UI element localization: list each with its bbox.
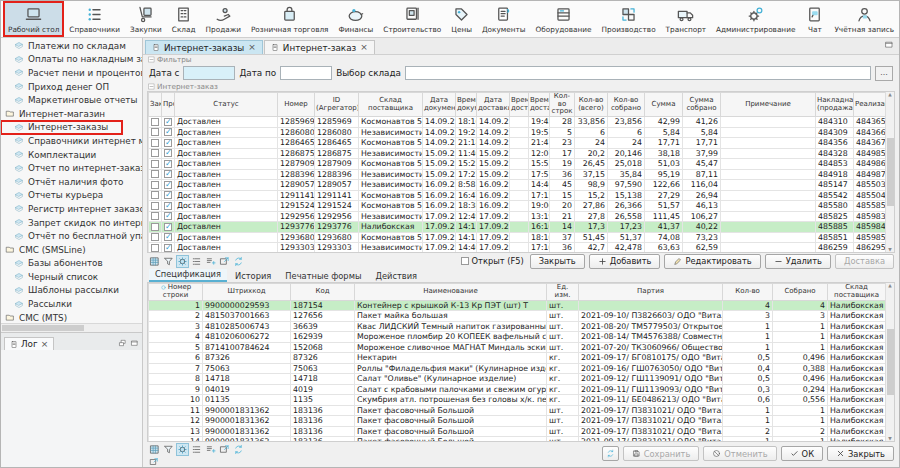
cell[interactable]: Мороженое пломбир 20 КОПЕЕК вафельный ст… — [355, 332, 547, 343]
cell[interactable] — [162, 180, 175, 191]
cell[interactable]: 23 — [550, 138, 575, 149]
cell[interactable]: 24 — [608, 138, 645, 149]
cell[interactable]: 62,59 — [683, 243, 721, 253]
cell[interactable]: шт. — [547, 332, 579, 343]
collapse-icon[interactable] — [148, 83, 155, 90]
sidebar-item[interactable]: Приход денег ОП — [1, 80, 142, 94]
row-checkbox[interactable] — [164, 233, 172, 241]
cell[interactable]: Контейнер с крышкой К-13 Кр ПЭТ (шт) Т — [355, 300, 547, 311]
cell[interactable]: 1286875 — [278, 148, 315, 159]
cell[interactable] — [510, 201, 529, 212]
cell[interactable]: 16.09.21 — [477, 190, 510, 201]
cell[interactable]: 15.09.21 — [477, 148, 510, 159]
column-header[interactable]: Про — [162, 93, 175, 117]
cell[interactable]: 14.09.21 — [477, 117, 510, 128]
row-checkbox[interactable] — [151, 149, 159, 157]
cell[interactable]: 21:47 — [529, 138, 550, 149]
cell[interactable]: 1 — [149, 300, 203, 311]
row-checkbox[interactable] — [151, 170, 159, 178]
toolbar-item-documents[interactable]: Документы — [477, 1, 531, 37]
table-row[interactable]: Доставлен12911411291141Космонавтов 5а16.… — [149, 190, 886, 201]
cell[interactable]: 51,57 — [645, 201, 683, 212]
sidebar-item[interactable]: Отчет по интернет-заказам — [1, 161, 142, 175]
cell[interactable]: 183136 — [291, 416, 355, 427]
column-header[interactable]: Ед. изм. — [547, 284, 579, 301]
cell[interactable]: шт. — [547, 426, 579, 437]
cell[interactable]: шт. — [547, 321, 579, 332]
cell[interactable]: 484366 — [854, 127, 886, 138]
sidebar-item[interactable]: Интернет-заказы — [1, 121, 122, 135]
cell[interactable]: 485985 — [854, 232, 886, 243]
cell[interactable]: Независимости 155/1 — [359, 211, 423, 222]
cell[interactable]: 0,556 — [773, 395, 828, 406]
cell[interactable]: 17.09.21 — [477, 243, 510, 253]
cell[interactable]: 16:47 — [456, 190, 477, 201]
cell[interactable]: 26,45 — [575, 159, 608, 170]
spec-tab[interactable]: Спецификация — [149, 269, 227, 282]
sidebar-folder[interactable]: СМС (SMSLine) — [1, 243, 142, 257]
cell[interactable]: 15,2 — [575, 190, 608, 201]
maximize-icon[interactable] — [130, 339, 139, 347]
close-form-button[interactable]: Закрыть — [827, 446, 894, 461]
cell[interactable] — [510, 243, 529, 253]
cell[interactable] — [149, 159, 162, 170]
row-checkbox[interactable] — [151, 202, 159, 210]
row-checkbox[interactable] — [151, 233, 159, 241]
cell[interactable]: 20,2 — [575, 148, 608, 159]
toolbar-item-retail[interactable]: Розничная торговля — [246, 1, 334, 37]
cell[interactable]: Космонавтов 5а — [359, 232, 423, 243]
column-header[interactable]: Дата доставки — [477, 93, 510, 117]
cell[interactable]: 1286465 — [315, 138, 359, 149]
cell[interactable]: 485585 — [854, 201, 886, 212]
toolbar-item-finance[interactable]: Финансы — [334, 1, 379, 37]
row-checkbox[interactable] — [164, 191, 172, 199]
cell[interactable]: 25,018 — [608, 159, 645, 170]
cell[interactable]: 27,8 — [575, 211, 608, 222]
cell[interactable]: 1293303 — [278, 243, 315, 253]
cell[interactable]: 122,66 — [645, 180, 683, 191]
cell[interactable]: 1288396 — [315, 169, 359, 180]
cell[interactable] — [162, 201, 175, 212]
column-header[interactable]: Реализация — [854, 93, 886, 117]
column-header[interactable]: Кол-во — [723, 284, 773, 301]
cell[interactable]: 2021-07-20/ ТК3060966/ Общество с дополн… — [579, 342, 723, 353]
cell[interactable]: 485851 — [816, 232, 854, 243]
cell[interactable]: Космонавтов 5а — [359, 138, 423, 149]
sidebar-item[interactable]: Шаблоны рассылки — [1, 284, 142, 298]
cell[interactable]: 1286875 — [315, 148, 359, 159]
table-row[interactable]: Доставлен12879091287909Космонавтов 5а15.… — [149, 159, 886, 170]
cell[interactable] — [721, 138, 816, 149]
cell[interactable]: Квас ЛИДСКИЙ Темный напиток газированный… — [355, 321, 547, 332]
cell[interactable]: 486259 — [816, 243, 854, 253]
cell[interactable] — [510, 159, 529, 170]
column-header[interactable]: Склад поставщика — [828, 284, 886, 301]
cell[interactable]: Салат с крабовыми палочками и свежим огу… — [355, 384, 547, 395]
cell[interactable]: 14718 — [203, 374, 291, 385]
row-checkbox[interactable] — [151, 160, 159, 168]
cell[interactable]: 41,37 — [645, 222, 683, 233]
table-row[interactable]: Доставлен12864651286465Космонавтов 5а14.… — [149, 138, 886, 149]
cell[interactable]: Доставлен — [175, 117, 278, 128]
cell[interactable]: 28 — [550, 117, 575, 128]
cell[interactable]: 11:40 — [456, 148, 477, 159]
cell[interactable]: 484367 — [854, 138, 886, 149]
cell[interactable]: кг. — [547, 363, 579, 374]
cell[interactable] — [162, 138, 175, 149]
cell[interactable]: 46,13 — [683, 201, 721, 212]
toolbar-item-construction[interactable]: Строительство — [378, 1, 446, 37]
cell[interactable]: 1293680 — [315, 232, 359, 243]
grid-button[interactable] — [148, 443, 161, 456]
cell[interactable]: 12:07 — [529, 148, 550, 159]
cell[interactable]: Налибокская — [828, 311, 886, 322]
cell[interactable]: Налибокская — [828, 416, 886, 427]
cell[interactable]: 2021-09-17/ П3831021/ ОДО "Виталюр" — [579, 426, 723, 437]
cell[interactable]: кг. — [547, 374, 579, 385]
row-checkbox[interactable] — [164, 160, 172, 168]
cell[interactable]: 9 — [149, 384, 203, 395]
cancel-button[interactable]: Отменить — [703, 446, 776, 461]
cell[interactable]: 17:57 — [529, 169, 550, 180]
cell[interactable]: Мороженое сливочное МАГНАТ Миндаль эским… — [355, 342, 547, 353]
cell[interactable]: 18:10 — [529, 232, 550, 243]
cell[interactable]: 16.09.21 — [423, 190, 456, 201]
cell[interactable]: 04019 — [203, 384, 291, 395]
